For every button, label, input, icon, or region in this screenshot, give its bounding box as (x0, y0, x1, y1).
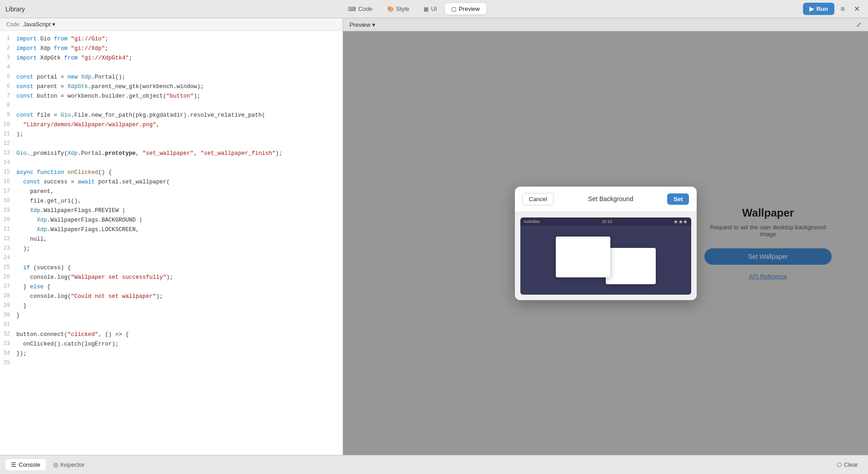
preview-icon: ▢ (451, 6, 456, 12)
desktop-preview: Activities 20:10 ◉ ◉ ◉ (520, 217, 691, 295)
desktop-window-2 (606, 248, 656, 284)
code-editor[interactable]: 1 import Gio from "gi://Gio"; 2 import X… (0, 31, 343, 455)
code-line-9: 9 const file = Gio.File.new_for_path(pkg… (0, 111, 343, 120)
preview-panel: Preview ▾ ⤢ Wallpaper Request to set the… (343, 18, 868, 455)
code-line-1: 1 import Gio from "gi://Gio"; (0, 35, 343, 44)
modal-dialog: Cancel Set Background Set Activities 20:… (515, 187, 697, 300)
bottom-bar: ☰ Console ◎ Inspector ⬡ Clear (0, 455, 868, 474)
code-line-21: 21 Xdp.WallpaperFlags.LOCKSCREEN, (0, 225, 343, 235)
modal-preview: Activities 20:10 ◉ ◉ ◉ (515, 212, 697, 300)
code-line-4: 4 (0, 63, 343, 73)
ui-icon: ▦ (424, 6, 429, 12)
console-icon: ☰ (11, 461, 16, 468)
code-line-14: 14 (0, 158, 343, 168)
main-area: Code JavaScript ▾ 1 import Gio from "gi:… (0, 18, 868, 455)
code-line-8: 8 (0, 101, 343, 111)
menu-button[interactable]: ≡ (838, 3, 848, 15)
tab-preview[interactable]: ▢ Preview (445, 3, 486, 15)
inspector-icon: ◎ (53, 461, 58, 468)
code-line-29: 29 } (0, 301, 343, 311)
tab-code[interactable]: ⌨ Code (342, 3, 379, 15)
run-button[interactable]: ▶ Run (803, 3, 834, 15)
code-label: Code (6, 21, 20, 28)
tab-style[interactable]: 🎨 Style (381, 3, 416, 15)
code-line-23: 23 ); (0, 244, 343, 254)
modal-set-button[interactable]: Set (667, 193, 689, 205)
code-line-11: 11 ); (0, 130, 343, 139)
code-line-35: 35 (0, 359, 343, 368)
desktop-windows (520, 229, 691, 295)
console-tab[interactable]: ☰ Console (5, 459, 46, 470)
statusbar-left: Activities (524, 219, 540, 224)
code-line-19: 19 Xdp.WallpaperFlags.PREVIEW | (0, 206, 343, 216)
code-line-2: 2 import Xdp from "gi://Xdp"; (0, 44, 343, 54)
code-line-22: 22 null, (0, 235, 343, 244)
title-bar-right: ▶ Run ≡ ✕ (803, 3, 863, 15)
preview-expand-button[interactable]: ⤢ (856, 21, 862, 28)
desktop-window-1 (556, 237, 610, 277)
code-line-31: 31 (0, 321, 343, 330)
code-line-30: 30 } (0, 311, 343, 321)
close-button[interactable]: ✕ (851, 3, 863, 15)
code-line-33: 33 onClicked().catch(logError); (0, 340, 343, 349)
code-line-27: 27 } else { (0, 282, 343, 292)
code-line-32: 32 button.connect("clicked", () => { (0, 330, 343, 340)
code-line-16: 16 const success = await portal.set_wall… (0, 178, 343, 187)
code-panel: Code JavaScript ▾ 1 import Gio from "gi:… (0, 18, 343, 455)
preview-content: Wallpaper Request to set the user deskto… (343, 31, 868, 455)
style-icon: 🎨 (387, 6, 394, 12)
code-line-20: 20 Xdp.WallpaperFlags.BACKGROUND | (0, 216, 343, 225)
code-line-15: 15 async function onClicked() { (0, 168, 343, 178)
preview-arrow: ▾ (372, 21, 375, 28)
modal-header: Cancel Set Background Set (515, 187, 697, 212)
code-line-26: 26 console.log("Wallpaper set successful… (0, 273, 343, 282)
code-icon: ⌨ (348, 6, 356, 12)
tab-ui[interactable]: ▦ UI (417, 3, 443, 15)
code-line-34: 34 }); (0, 349, 343, 359)
bottom-tabs: ☰ Console ◎ Inspector (5, 459, 90, 470)
title-bar: Library ⌨ Code 🎨 Style ▦ UI ▢ Preview ▶ … (0, 0, 868, 18)
code-panel-header: Code JavaScript ▾ (0, 18, 343, 31)
title-bar-tabs: ⌨ Code 🎨 Style ▦ UI ▢ Preview (342, 3, 486, 15)
clear-icon: ⬡ (837, 461, 842, 468)
preview-label: Preview (349, 21, 370, 28)
desktop-statusbar: Activities 20:10 ◉ ◉ ◉ (520, 217, 691, 226)
code-line-7: 7 const button = workbench.builder.get_o… (0, 92, 343, 101)
clear-button[interactable]: ⬡ Clear (832, 459, 863, 470)
code-line-10: 10 "Library/demos/Wallpaper/wallpaper.pn… (0, 120, 343, 130)
title-bar-left: Library (5, 5, 25, 13)
inspector-tab[interactable]: ◎ Inspector (48, 459, 90, 470)
code-line-24: 24 (0, 254, 343, 263)
code-line-5: 5 const portal = new Xdp.Portal(); (0, 73, 343, 82)
modal-cancel-button[interactable]: Cancel (522, 193, 554, 205)
language-selector[interactable]: JavaScript ▾ (23, 21, 56, 28)
code-line-18: 18 file.get_uri(), (0, 197, 343, 206)
preview-title: Preview ▾ (349, 21, 375, 28)
app-title: Library (5, 5, 25, 13)
code-line-3: 3 import XdpGtk from "gi://XdpGtk4"; (0, 54, 343, 63)
code-line-13: 13 Gio._promisify(Xdp.Portal.prototype, … (0, 149, 343, 158)
code-line-28: 28 console.log("Could not set wallpaper"… (0, 292, 343, 301)
play-icon: ▶ (809, 5, 814, 12)
code-line-17: 17 parent, (0, 187, 343, 197)
statusbar-time: 20:10 (602, 219, 612, 224)
code-line-6: 6 const parent = XdpGtk.parent_new_gtk(w… (0, 82, 343, 92)
modal-title: Set Background (588, 195, 634, 202)
code-line-12: 12 (0, 139, 343, 149)
statusbar-right: ◉ ◉ ◉ (674, 219, 687, 224)
preview-header: Preview ▾ ⤢ (343, 18, 868, 31)
code-line-25: 25 if (success) { (0, 263, 343, 273)
modal-overlay: Cancel Set Background Set Activities 20:… (343, 31, 868, 455)
